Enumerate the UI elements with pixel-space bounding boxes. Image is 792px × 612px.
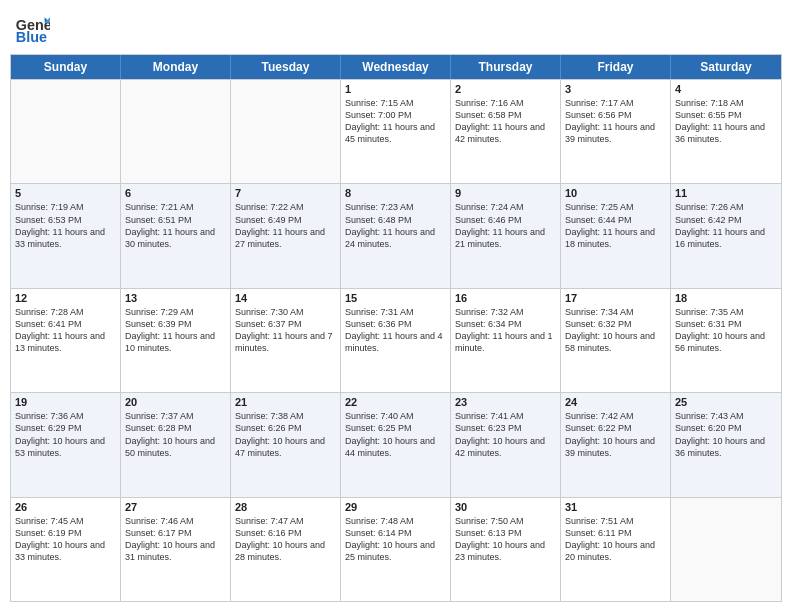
day-info: Sunrise: 7:36 AM Sunset: 6:29 PM Dayligh… <box>15 410 116 459</box>
calendar-cell: 30Sunrise: 7:50 AM Sunset: 6:13 PM Dayli… <box>451 498 561 601</box>
day-number: 28 <box>235 501 336 513</box>
day-number: 25 <box>675 396 777 408</box>
day-number: 19 <box>15 396 116 408</box>
day-info: Sunrise: 7:43 AM Sunset: 6:20 PM Dayligh… <box>675 410 777 459</box>
day-number: 31 <box>565 501 666 513</box>
calendar-cell: 20Sunrise: 7:37 AM Sunset: 6:28 PM Dayli… <box>121 393 231 496</box>
calendar-cell: 25Sunrise: 7:43 AM Sunset: 6:20 PM Dayli… <box>671 393 781 496</box>
day-info: Sunrise: 7:35 AM Sunset: 6:31 PM Dayligh… <box>675 306 777 355</box>
day-info: Sunrise: 7:25 AM Sunset: 6:44 PM Dayligh… <box>565 201 666 250</box>
day-number: 16 <box>455 292 556 304</box>
calendar-cell: 15Sunrise: 7:31 AM Sunset: 6:36 PM Dayli… <box>341 289 451 392</box>
weekday-header: Tuesday <box>231 55 341 79</box>
day-info: Sunrise: 7:15 AM Sunset: 7:00 PM Dayligh… <box>345 97 446 146</box>
day-number: 4 <box>675 83 777 95</box>
logo: General Blue <box>14 10 50 46</box>
calendar-cell: 7Sunrise: 7:22 AM Sunset: 6:49 PM Daylig… <box>231 184 341 287</box>
day-number: 14 <box>235 292 336 304</box>
day-info: Sunrise: 7:24 AM Sunset: 6:46 PM Dayligh… <box>455 201 556 250</box>
day-info: Sunrise: 7:16 AM Sunset: 6:58 PM Dayligh… <box>455 97 556 146</box>
weekday-header: Saturday <box>671 55 781 79</box>
day-info: Sunrise: 7:31 AM Sunset: 6:36 PM Dayligh… <box>345 306 446 355</box>
day-number: 11 <box>675 187 777 199</box>
day-number: 22 <box>345 396 446 408</box>
weekday-header: Sunday <box>11 55 121 79</box>
day-number: 12 <box>15 292 116 304</box>
day-info: Sunrise: 7:50 AM Sunset: 6:13 PM Dayligh… <box>455 515 556 564</box>
day-number: 23 <box>455 396 556 408</box>
day-info: Sunrise: 7:28 AM Sunset: 6:41 PM Dayligh… <box>15 306 116 355</box>
calendar-cell: 10Sunrise: 7:25 AM Sunset: 6:44 PM Dayli… <box>561 184 671 287</box>
logo-icon: General Blue <box>14 10 50 46</box>
day-info: Sunrise: 7:46 AM Sunset: 6:17 PM Dayligh… <box>125 515 226 564</box>
day-number: 3 <box>565 83 666 95</box>
calendar-cell: 21Sunrise: 7:38 AM Sunset: 6:26 PM Dayli… <box>231 393 341 496</box>
day-number: 18 <box>675 292 777 304</box>
day-number: 5 <box>15 187 116 199</box>
day-info: Sunrise: 7:21 AM Sunset: 6:51 PM Dayligh… <box>125 201 226 250</box>
day-number: 27 <box>125 501 226 513</box>
calendar: SundayMondayTuesdayWednesdayThursdayFrid… <box>10 54 782 602</box>
calendar-row: 5Sunrise: 7:19 AM Sunset: 6:53 PM Daylig… <box>11 183 781 287</box>
day-number: 30 <box>455 501 556 513</box>
day-info: Sunrise: 7:22 AM Sunset: 6:49 PM Dayligh… <box>235 201 336 250</box>
calendar-cell: 26Sunrise: 7:45 AM Sunset: 6:19 PM Dayli… <box>11 498 121 601</box>
day-number: 29 <box>345 501 446 513</box>
calendar-row: 1Sunrise: 7:15 AM Sunset: 7:00 PM Daylig… <box>11 79 781 183</box>
svg-text:Blue: Blue <box>16 29 47 45</box>
day-info: Sunrise: 7:26 AM Sunset: 6:42 PM Dayligh… <box>675 201 777 250</box>
day-number: 15 <box>345 292 446 304</box>
day-info: Sunrise: 7:47 AM Sunset: 6:16 PM Dayligh… <box>235 515 336 564</box>
calendar-cell: 23Sunrise: 7:41 AM Sunset: 6:23 PM Dayli… <box>451 393 561 496</box>
calendar-cell: 14Sunrise: 7:30 AM Sunset: 6:37 PM Dayli… <box>231 289 341 392</box>
calendar-body: 1Sunrise: 7:15 AM Sunset: 7:00 PM Daylig… <box>11 79 781 601</box>
weekday-header: Monday <box>121 55 231 79</box>
day-number: 17 <box>565 292 666 304</box>
day-info: Sunrise: 7:29 AM Sunset: 6:39 PM Dayligh… <box>125 306 226 355</box>
calendar-cell: 18Sunrise: 7:35 AM Sunset: 6:31 PM Dayli… <box>671 289 781 392</box>
calendar-header: SundayMondayTuesdayWednesdayThursdayFrid… <box>11 55 781 79</box>
day-info: Sunrise: 7:48 AM Sunset: 6:14 PM Dayligh… <box>345 515 446 564</box>
day-info: Sunrise: 7:37 AM Sunset: 6:28 PM Dayligh… <box>125 410 226 459</box>
day-number: 21 <box>235 396 336 408</box>
day-info: Sunrise: 7:18 AM Sunset: 6:55 PM Dayligh… <box>675 97 777 146</box>
calendar-cell: 27Sunrise: 7:46 AM Sunset: 6:17 PM Dayli… <box>121 498 231 601</box>
day-info: Sunrise: 7:32 AM Sunset: 6:34 PM Dayligh… <box>455 306 556 355</box>
day-number: 9 <box>455 187 556 199</box>
calendar-cell: 28Sunrise: 7:47 AM Sunset: 6:16 PM Dayli… <box>231 498 341 601</box>
calendar-cell: 31Sunrise: 7:51 AM Sunset: 6:11 PM Dayli… <box>561 498 671 601</box>
calendar-cell: 16Sunrise: 7:32 AM Sunset: 6:34 PM Dayli… <box>451 289 561 392</box>
day-number: 1 <box>345 83 446 95</box>
day-info: Sunrise: 7:23 AM Sunset: 6:48 PM Dayligh… <box>345 201 446 250</box>
day-info: Sunrise: 7:30 AM Sunset: 6:37 PM Dayligh… <box>235 306 336 355</box>
page-header: General Blue <box>10 10 782 46</box>
day-number: 26 <box>15 501 116 513</box>
day-number: 24 <box>565 396 666 408</box>
calendar-cell <box>121 80 231 183</box>
calendar-cell: 2Sunrise: 7:16 AM Sunset: 6:58 PM Daylig… <box>451 80 561 183</box>
day-info: Sunrise: 7:41 AM Sunset: 6:23 PM Dayligh… <box>455 410 556 459</box>
calendar-cell: 22Sunrise: 7:40 AM Sunset: 6:25 PM Dayli… <box>341 393 451 496</box>
calendar-cell: 13Sunrise: 7:29 AM Sunset: 6:39 PM Dayli… <box>121 289 231 392</box>
calendar-cell: 17Sunrise: 7:34 AM Sunset: 6:32 PM Dayli… <box>561 289 671 392</box>
weekday-header: Wednesday <box>341 55 451 79</box>
calendar-row: 19Sunrise: 7:36 AM Sunset: 6:29 PM Dayli… <box>11 392 781 496</box>
calendar-cell: 1Sunrise: 7:15 AM Sunset: 7:00 PM Daylig… <box>341 80 451 183</box>
day-info: Sunrise: 7:40 AM Sunset: 6:25 PM Dayligh… <box>345 410 446 459</box>
day-info: Sunrise: 7:17 AM Sunset: 6:56 PM Dayligh… <box>565 97 666 146</box>
day-info: Sunrise: 7:34 AM Sunset: 6:32 PM Dayligh… <box>565 306 666 355</box>
day-info: Sunrise: 7:19 AM Sunset: 6:53 PM Dayligh… <box>15 201 116 250</box>
day-info: Sunrise: 7:38 AM Sunset: 6:26 PM Dayligh… <box>235 410 336 459</box>
day-number: 8 <box>345 187 446 199</box>
calendar-row: 26Sunrise: 7:45 AM Sunset: 6:19 PM Dayli… <box>11 497 781 601</box>
calendar-cell: 11Sunrise: 7:26 AM Sunset: 6:42 PM Dayli… <box>671 184 781 287</box>
calendar-cell: 8Sunrise: 7:23 AM Sunset: 6:48 PM Daylig… <box>341 184 451 287</box>
calendar-cell: 24Sunrise: 7:42 AM Sunset: 6:22 PM Dayli… <box>561 393 671 496</box>
calendar-cell: 19Sunrise: 7:36 AM Sunset: 6:29 PM Dayli… <box>11 393 121 496</box>
day-info: Sunrise: 7:45 AM Sunset: 6:19 PM Dayligh… <box>15 515 116 564</box>
calendar-cell <box>231 80 341 183</box>
calendar-cell <box>11 80 121 183</box>
day-number: 10 <box>565 187 666 199</box>
weekday-header: Thursday <box>451 55 561 79</box>
calendar-row: 12Sunrise: 7:28 AM Sunset: 6:41 PM Dayli… <box>11 288 781 392</box>
